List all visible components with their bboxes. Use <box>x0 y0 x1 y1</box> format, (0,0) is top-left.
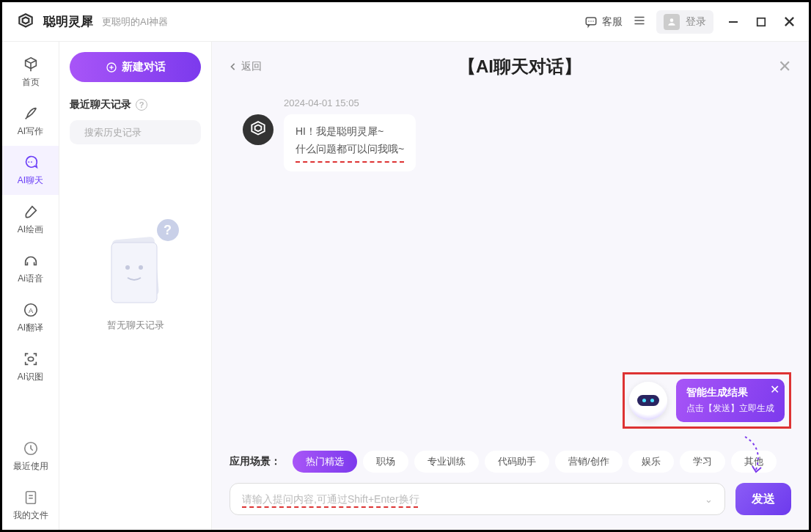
close-button[interactable] <box>782 15 796 29</box>
scenario-chip-marketing[interactable]: 营销/创作 <box>555 451 623 473</box>
app-subtitle: 更聪明的AI神器 <box>102 15 168 29</box>
message-timestamp: 2024-04-01 15:05 <box>230 97 791 108</box>
history-icon <box>22 440 40 457</box>
robot-avatar-icon <box>629 382 667 420</box>
new-chat-button[interactable]: 新建对话 <box>70 52 201 82</box>
avatar-placeholder-icon <box>664 14 680 30</box>
input-section: 应用场景： 热门精选 职场 专业训练 代码助手 营销/创作 娱乐 学习 其他 ⌄… <box>212 443 809 530</box>
titlebar: 聪明灵犀 更聪明的AI神器 客服 登录 <box>2 2 809 42</box>
sidenav-item-writing[interactable]: AI写作 <box>2 97 59 146</box>
plus-circle-icon <box>106 62 117 73</box>
sidenav-item-image-recognition[interactable]: AI识图 <box>2 342 59 391</box>
search-history-input[interactable] <box>70 120 201 144</box>
annotation-input-underline <box>242 506 418 508</box>
customer-service-button[interactable]: 客服 <box>584 15 623 29</box>
scenario-chip-workplace[interactable]: 职场 <box>363 451 408 473</box>
back-button[interactable]: 返回 <box>230 60 262 73</box>
svg-text:A: A <box>28 307 33 314</box>
sidenav-item-voice[interactable]: Ai语音 <box>2 244 59 293</box>
scenario-row: 应用场景： 热门精选 职场 专业训练 代码助手 营销/创作 娱乐 学习 其他 <box>230 451 791 473</box>
scenario-label: 应用场景： <box>230 455 281 468</box>
tooltip-close-button[interactable]: ✕ <box>770 383 779 396</box>
feather-icon <box>22 105 40 122</box>
login-button[interactable]: 登录 <box>656 10 713 34</box>
sidenav-item-my-files[interactable]: 我的文件 <box>2 481 59 530</box>
svg-point-10 <box>31 161 32 163</box>
svg-rect-14 <box>26 492 35 504</box>
chat-icon <box>22 154 40 171</box>
scenario-chip-entertainment[interactable]: 娱乐 <box>628 451 674 473</box>
chat-area: 返回 【AI聊天对话】 ✕ 2024-04-01 15:05 HI！我是聪明灵犀… <box>212 42 809 530</box>
maximize-button[interactable] <box>755 15 768 29</box>
menu-icon[interactable] <box>633 14 646 30</box>
send-button[interactable]: 发送 <box>735 483 791 515</box>
sidenav-item-chat[interactable]: AI聊天 <box>2 146 59 195</box>
headphones-icon <box>22 252 40 270</box>
scenario-chip-professional[interactable]: 专业训练 <box>414 451 479 473</box>
svg-rect-23 <box>111 243 157 303</box>
svg-point-25 <box>139 265 143 270</box>
empty-history-illustration: ? 暂无聊天记录 <box>70 232 201 332</box>
scenario-chip-code[interactable]: 代码助手 <box>485 451 549 473</box>
help-icon[interactable]: ? <box>136 99 147 111</box>
sidenav-item-recent[interactable]: 最近使用 <box>2 432 59 481</box>
chat-input-wrap[interactable]: ⌄ <box>230 483 725 515</box>
app-title: 聪明灵犀 <box>43 13 93 30</box>
svg-point-3 <box>592 21 594 22</box>
chevron-down-icon[interactable]: ⌄ <box>705 494 713 505</box>
sidenav-item-translate[interactable]: A AI翻译 <box>2 293 59 342</box>
svg-point-2 <box>590 21 592 22</box>
ai-message-bubble: HI！我是聪明灵犀~ 什么问题都可以问我哦~ <box>284 114 416 171</box>
translate-icon: A <box>22 301 40 319</box>
history-panel: 新建对话 最近聊天记录 ? ? 暂无聊天记录 <box>59 42 212 530</box>
dotted-arrow-icon <box>741 433 771 477</box>
scenario-chip-hot[interactable]: 热门精选 <box>293 451 357 473</box>
close-chat-button[interactable]: ✕ <box>778 57 791 76</box>
ai-avatar-icon <box>243 114 274 145</box>
svg-point-1 <box>588 21 590 22</box>
chat-title: 【AI聊天对话】 <box>262 55 778 78</box>
sidenav-item-painting[interactable]: AI绘画 <box>2 195 59 244</box>
scan-icon <box>22 350 40 368</box>
chat-input[interactable] <box>242 493 705 505</box>
tooltip-bubble: ✕ 智能生成结果 点击【发送】立即生成 <box>676 379 785 422</box>
svg-point-9 <box>28 161 29 163</box>
question-mark-icon: ? <box>157 219 179 241</box>
brush-icon <box>22 203 40 221</box>
svg-rect-6 <box>757 18 766 26</box>
annotation-underline <box>296 161 404 163</box>
scenario-chip-study[interactable]: 学习 <box>680 451 725 473</box>
app-logo-icon <box>15 12 36 32</box>
ai-message-row: HI！我是聪明灵犀~ 什么问题都可以问我哦~ <box>230 114 791 171</box>
svg-point-24 <box>125 265 130 270</box>
minimize-button[interactable] <box>727 15 740 29</box>
empty-history-text: 暂无聊天记录 <box>107 319 164 332</box>
chevron-left-icon <box>230 63 237 70</box>
generate-tooltip-popup: ✕ 智能生成结果 点击【发送】立即生成 <box>623 372 791 429</box>
cube-icon <box>22 56 40 73</box>
svg-point-4 <box>670 18 674 22</box>
file-icon <box>22 489 40 506</box>
history-header: 最近聊天记录 ? <box>70 98 201 111</box>
side-navigation: 首页 AI写作 AI聊天 AI绘画 Ai语音 A AI翻译 AI识图 <box>2 42 59 530</box>
chat-bubble-icon <box>584 15 598 29</box>
sidenav-item-home[interactable]: 首页 <box>2 48 59 97</box>
chat-header: 返回 【AI聊天对话】 ✕ <box>212 42 809 92</box>
